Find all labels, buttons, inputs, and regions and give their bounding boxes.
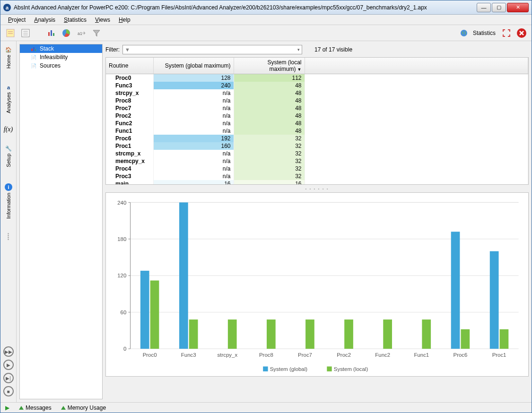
menu-help[interactable]: Help bbox=[115, 16, 134, 24]
cell-routine: Proc6 bbox=[106, 135, 153, 142]
svg-rect-15 bbox=[33, 47, 35, 51]
bar-chart: 060120180240Proc0Func3strcpy_xProc8Proc7… bbox=[111, 198, 523, 374]
svg-text:Func2: Func2 bbox=[375, 352, 390, 358]
menu-statistics[interactable]: Statistics bbox=[60, 16, 90, 24]
svg-rect-14 bbox=[31, 49, 33, 51]
filter-combo[interactable]: ▼ ▾ bbox=[122, 45, 302, 54]
cell-global: 128 bbox=[153, 74, 234, 82]
maximize-button[interactable]: ▢ bbox=[492, 3, 506, 12]
toolbar: a1 Statistics bbox=[0, 25, 532, 41]
menu-views[interactable]: Views bbox=[91, 16, 114, 24]
svg-rect-55 bbox=[500, 329, 509, 349]
tree-item-infeasibility[interactable]: 📄Infeasibility bbox=[20, 53, 102, 61]
svg-text:Proc0: Proc0 bbox=[143, 352, 157, 358]
table-row[interactable]: strcpy_xn/a48 bbox=[106, 89, 528, 97]
cell-routine: main bbox=[106, 180, 153, 185]
stack-icon bbox=[30, 45, 37, 52]
table-row[interactable]: memcpy_xn/a32 bbox=[106, 157, 528, 165]
cell-routine: strcpy_x bbox=[106, 89, 153, 97]
list-icon: 📄 bbox=[30, 62, 37, 69]
svg-text:Func1: Func1 bbox=[414, 352, 429, 358]
table-row[interactable]: Func2n/a48 bbox=[106, 120, 528, 127]
filter-input[interactable] bbox=[132, 46, 297, 53]
svg-text:Proc7: Proc7 bbox=[298, 352, 312, 358]
minimize-button[interactable]: — bbox=[477, 3, 491, 12]
svg-rect-39 bbox=[228, 319, 237, 349]
table-row[interactable]: Proc3n/a32 bbox=[106, 172, 528, 180]
cell-global: 192 bbox=[153, 135, 234, 142]
sidebar-grip[interactable] bbox=[8, 233, 9, 240]
table-row[interactable]: Proc619232 bbox=[106, 135, 528, 142]
table-row[interactable]: Proc4n/a32 bbox=[106, 165, 528, 172]
triangle-icon bbox=[19, 406, 24, 410]
col-local[interactable]: System (local maximum)▼ bbox=[234, 58, 305, 74]
chart-panel: 060120180240Proc0Func3strcpy_xProc8Proc7… bbox=[105, 192, 529, 377]
svg-text:strcpy_x: strcpy_x bbox=[218, 352, 238, 358]
toolbar-fullscreen-icon[interactable] bbox=[500, 27, 513, 39]
table-row[interactable]: main1616 bbox=[106, 180, 528, 185]
toolbar-btn-2[interactable] bbox=[19, 27, 32, 39]
stop-button[interactable]: ■ bbox=[3, 386, 14, 396]
cell-routine: Func1 bbox=[106, 127, 153, 135]
cell-local: 48 bbox=[234, 104, 305, 112]
table-row[interactable]: Proc7n/a48 bbox=[106, 104, 528, 112]
vtab-home[interactable]: Home🏠 bbox=[4, 43, 13, 72]
svg-text:60: 60 bbox=[121, 310, 127, 315]
cell-global: n/a bbox=[153, 112, 234, 120]
play-button[interactable]: ▶ bbox=[3, 360, 14, 370]
horizontal-splitter[interactable]: • • • • • • bbox=[105, 187, 529, 190]
table-row[interactable]: Proc2n/a48 bbox=[106, 112, 528, 120]
sort-desc-icon: ▼ bbox=[297, 67, 302, 72]
svg-text:Proc6: Proc6 bbox=[454, 352, 468, 358]
app-icon: a bbox=[3, 4, 11, 11]
cell-local: 32 bbox=[234, 142, 305, 150]
cell-global: n/a bbox=[153, 97, 234, 104]
svg-rect-34 bbox=[150, 281, 159, 349]
cell-global: n/a bbox=[153, 165, 234, 172]
col-global[interactable]: System (global maximum) bbox=[153, 58, 234, 74]
cell-global: n/a bbox=[153, 172, 234, 180]
table-row[interactable]: Proc116032 bbox=[106, 142, 528, 150]
table-row[interactable]: Proc0128112 bbox=[106, 74, 528, 82]
svg-rect-9 bbox=[53, 33, 54, 36]
table-row[interactable]: Func324048 bbox=[106, 82, 528, 89]
cell-global: n/a bbox=[153, 89, 234, 97]
col-routine[interactable]: Routine bbox=[106, 58, 153, 74]
table-row[interactable]: Func1n/a48 bbox=[106, 127, 528, 135]
tree-item-stack[interactable]: Stack bbox=[20, 44, 102, 53]
play-step-button[interactable]: ▶| bbox=[3, 373, 14, 383]
play-fast-button[interactable]: ▶▶ bbox=[3, 346, 14, 357]
table-row[interactable]: strcmp_xn/a32 bbox=[106, 150, 528, 157]
vtab-setup[interactable]: Setup🔧 bbox=[4, 142, 13, 171]
svg-point-12 bbox=[461, 30, 467, 36]
status-memory[interactable]: Memory Usage bbox=[61, 404, 106, 411]
cell-global: n/a bbox=[153, 104, 234, 112]
toolbar-export-icon[interactable]: a1 bbox=[75, 27, 87, 39]
cell-local: 48 bbox=[234, 89, 305, 97]
svg-text:120: 120 bbox=[117, 273, 126, 278]
toolbar-close-icon[interactable] bbox=[515, 27, 528, 39]
table-row[interactable]: Proc8n/a48 bbox=[106, 97, 528, 104]
menu-analysis[interactable]: Analysis bbox=[30, 16, 59, 24]
statistics-label[interactable]: Statistics bbox=[473, 30, 496, 36]
fx-icon[interactable]: f(x) bbox=[4, 126, 13, 133]
status-messages[interactable]: Messages bbox=[19, 404, 52, 411]
left-sidebar: Home🏠 Analysesa f(x) Setup🔧 Informationi… bbox=[0, 41, 17, 402]
run-icon[interactable]: ▶ bbox=[5, 404, 9, 411]
close-button[interactable]: ✕ bbox=[507, 3, 529, 12]
cell-routine: Proc1 bbox=[106, 142, 153, 150]
chevron-down-icon[interactable]: ▾ bbox=[297, 47, 300, 52]
cell-global: 240 bbox=[153, 82, 234, 89]
svg-text:System (global): System (global) bbox=[270, 366, 308, 372]
vtab-analyses[interactable]: Analysesa bbox=[5, 81, 12, 117]
toolbar-barchart-icon[interactable] bbox=[45, 27, 57, 39]
vtab-information[interactable]: Informationi bbox=[4, 180, 13, 223]
tree-item-sources[interactable]: 📄Sources bbox=[20, 61, 102, 70]
cell-routine: Proc8 bbox=[106, 97, 153, 104]
toolbar-filter-icon[interactable] bbox=[90, 27, 103, 39]
svg-rect-43 bbox=[305, 319, 314, 349]
toolbar-piechart-icon[interactable] bbox=[60, 27, 72, 39]
svg-rect-16 bbox=[35, 49, 36, 51]
menu-project[interactable]: Project bbox=[4, 16, 29, 24]
toolbar-btn-1[interactable] bbox=[4, 27, 17, 39]
